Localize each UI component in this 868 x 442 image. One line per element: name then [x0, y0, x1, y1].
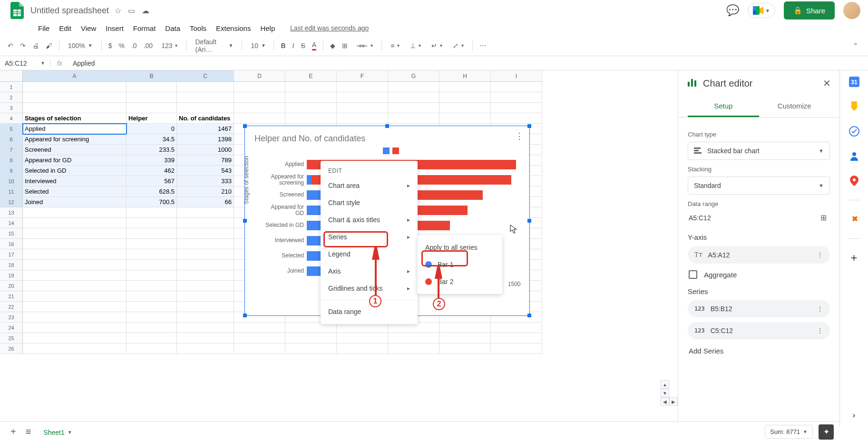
- row-header-7[interactable]: 7: [0, 145, 23, 155]
- row-header-9[interactable]: 9: [0, 166, 23, 176]
- cell-B21[interactable]: [127, 291, 177, 302]
- zoom-select[interactable]: 100%▼: [63, 40, 98, 51]
- cell-H4[interactable]: [439, 113, 491, 124]
- cell-C18[interactable]: [177, 260, 234, 270]
- cell-A20[interactable]: [23, 281, 127, 291]
- col-header-F[interactable]: F: [337, 70, 388, 82]
- col-header-H[interactable]: H: [439, 70, 491, 82]
- row-header-19[interactable]: 19: [0, 270, 23, 281]
- row-header-14[interactable]: 14: [0, 218, 23, 228]
- quicksum-display[interactable]: Sum: 8771▼: [765, 425, 813, 439]
- cell-B1[interactable]: [127, 82, 177, 92]
- cell-A10[interactable]: Interviewed: [23, 176, 127, 187]
- merge-button[interactable]: ⇥⇤▾: [351, 40, 378, 51]
- row-header-8[interactable]: 8: [0, 155, 23, 166]
- cell-D1[interactable]: [234, 82, 285, 92]
- addon-icon[interactable]: [848, 214, 860, 225]
- col-header-D[interactable]: D: [234, 70, 285, 82]
- cell-D26[interactable]: [234, 344, 285, 354]
- paint-format-button[interactable]: 🖌: [43, 40, 55, 51]
- maps-icon[interactable]: [848, 175, 860, 187]
- cell-A3[interactable]: [23, 103, 127, 113]
- menu-help[interactable]: Help: [256, 22, 279, 34]
- context-item-series[interactable]: Series▸: [321, 228, 418, 246]
- cell-C17[interactable]: [177, 249, 234, 260]
- cell-C21[interactable]: [177, 291, 234, 302]
- percent-button[interactable]: %: [116, 40, 127, 51]
- cell-E24[interactable]: [285, 323, 337, 333]
- last-edit-link[interactable]: Last edit was seconds ago: [286, 22, 372, 34]
- cell-I24[interactable]: [491, 323, 542, 333]
- submenu-apply-all[interactable]: Apply to all series: [418, 239, 502, 256]
- cell-G3[interactable]: [388, 103, 439, 113]
- cell-A1[interactable]: [23, 82, 127, 92]
- row-header-21[interactable]: 21: [0, 291, 23, 302]
- cell-D25[interactable]: [234, 333, 285, 344]
- fill-color-button[interactable]: ◆: [327, 40, 338, 51]
- cell-B20[interactable]: [127, 281, 177, 291]
- add-series-button[interactable]: Add Series: [688, 344, 830, 358]
- cell-B9[interactable]: 462: [127, 166, 177, 176]
- row-header-25[interactable]: 25: [0, 333, 23, 344]
- menu-extensions[interactable]: Extensions: [212, 22, 254, 34]
- col-header-I[interactable]: I: [491, 70, 542, 82]
- data-range-input[interactable]: A5:C12: [688, 211, 816, 225]
- cell-B22[interactable]: [127, 302, 177, 312]
- add-panel-button[interactable]: +: [848, 252, 860, 264]
- font-select[interactable]: Default (Ari…▼: [190, 36, 238, 55]
- cell-E26[interactable]: [285, 344, 337, 354]
- cell-A13[interactable]: [23, 207, 127, 218]
- cell-E25[interactable]: [285, 333, 337, 344]
- cell-B12[interactable]: 700.5: [127, 197, 177, 207]
- cell-B6[interactable]: 34.5: [127, 134, 177, 145]
- account-avatar[interactable]: [843, 2, 860, 19]
- cell-B24[interactable]: [127, 323, 177, 333]
- cell-C23[interactable]: [177, 312, 234, 323]
- rotate-button[interactable]: ⤢▾: [448, 40, 468, 51]
- context-item-chart-style[interactable]: Chart style: [321, 194, 418, 211]
- submenu-series-bar-2[interactable]: Bar 2: [418, 273, 502, 290]
- cell-I4[interactable]: [491, 113, 542, 124]
- row-header-20[interactable]: 20: [0, 281, 23, 291]
- move-icon[interactable]: ▭: [128, 6, 135, 15]
- series-pill-2[interactable]: 123C5:C12⋮: [688, 322, 830, 339]
- chart-menu-button[interactable]: ⋮: [515, 131, 523, 141]
- context-item-axis[interactable]: Axis▸: [321, 263, 418, 280]
- row-header-13[interactable]: 13: [0, 207, 23, 218]
- cell-C4[interactable]: No. of candidates: [177, 113, 234, 124]
- cell-A16[interactable]: [23, 239, 127, 249]
- cell-B19[interactable]: [127, 270, 177, 281]
- cell-A24[interactable]: [23, 323, 127, 333]
- context-item-gridlines-and-ticks[interactable]: Gridlines and ticks▸: [321, 280, 418, 297]
- comments-icon[interactable]: 💬: [726, 4, 739, 17]
- explore-button[interactable]: ✦: [819, 424, 834, 440]
- cell-A22[interactable]: [23, 302, 127, 312]
- cell-B23[interactable]: [127, 312, 177, 323]
- number-format-select[interactable]: 123▾: [156, 40, 182, 51]
- cell-I25[interactable]: [491, 333, 542, 344]
- cell-I1[interactable]: [491, 82, 542, 92]
- row-header-22[interactable]: 22: [0, 302, 23, 312]
- menu-tools[interactable]: Tools: [186, 22, 210, 34]
- cell-F25[interactable]: [337, 333, 388, 344]
- formula-bar[interactable]: Applied: [69, 59, 868, 67]
- cell-A5[interactable]: Applied: [23, 124, 127, 134]
- menu-data[interactable]: Data: [161, 22, 184, 34]
- cell-H2[interactable]: [439, 92, 491, 103]
- cell-A8[interactable]: Appeared for GD: [23, 155, 127, 166]
- cell-E2[interactable]: [285, 92, 337, 103]
- chart-type-select[interactable]: Stacked bar chart ▼: [688, 142, 830, 160]
- cell-C22[interactable]: [177, 302, 234, 312]
- cell-C26[interactable]: [177, 344, 234, 354]
- cell-C10[interactable]: 333: [177, 176, 234, 187]
- cell-H1[interactable]: [439, 82, 491, 92]
- context-item-chart-area[interactable]: Chart area▸: [321, 177, 418, 194]
- row-header-10[interactable]: 10: [0, 176, 23, 187]
- star-icon[interactable]: ☆: [115, 6, 121, 15]
- stacking-select[interactable]: Standard▼: [688, 177, 830, 195]
- cell-A15[interactable]: [23, 228, 127, 239]
- cell-F24[interactable]: [337, 323, 388, 333]
- strikethrough-button[interactable]: S: [298, 40, 308, 51]
- cell-H26[interactable]: [439, 344, 491, 354]
- chart-editor-close-button[interactable]: ✕: [823, 78, 831, 89]
